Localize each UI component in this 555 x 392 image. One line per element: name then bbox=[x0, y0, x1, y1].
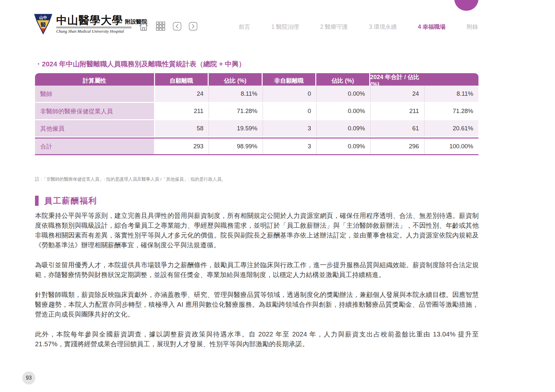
table-header-cell: 自願離職 bbox=[155, 73, 209, 86]
emblem-top-text: 山中 bbox=[39, 15, 47, 20]
logo-divider bbox=[56, 27, 131, 28]
table-total-row: 合計 293 98.99% 3 0.09% 296 100.00% bbox=[35, 138, 478, 155]
turnover-stat-table: 計算屬性 自願離職 佔比 (%) 非自願離職 佔比 (%) 2024 年合計 /… bbox=[35, 73, 478, 155]
table-cell: 24 bbox=[370, 86, 424, 102]
table-header-cell: 佔比 (%) bbox=[209, 73, 263, 86]
table-row: 非醫師的醫療保健從業人員 211 71.28% 0 0.00% 211 71.2… bbox=[35, 103, 478, 120]
paragraph: 針對醫師職類，薪資除反映臨床貢獻外，亦涵蓋教學、研究、管理與醫療品質等領域，透過… bbox=[35, 290, 479, 319]
home-icon bbox=[139, 21, 148, 31]
row-label: 合計 bbox=[35, 139, 155, 154]
nav-item-foreword[interactable]: 前言 bbox=[239, 23, 250, 31]
table-cell: 98.99% bbox=[209, 139, 263, 154]
grid-icon bbox=[156, 21, 165, 31]
hospital-logo-text: 中山醫學大學 附設醫院 Chung Shan Medical Universit… bbox=[56, 15, 131, 34]
table-cell: 20.61% bbox=[424, 120, 478, 137]
decor-circle bbox=[454, 0, 478, 11]
table-cell: 3 bbox=[263, 120, 316, 137]
table-row: 其他僱員 58 19.59% 3 0.09% 61 20.61% bbox=[35, 120, 478, 138]
table-cell: 0.09% bbox=[316, 120, 370, 137]
row-label: 醫師 bbox=[35, 86, 155, 102]
section-body: 本院秉持公平與平等原則，建立完善且具彈性的晉用與薪資制度，所有相關規定公開於人力… bbox=[35, 211, 479, 359]
table-cell: 211 bbox=[370, 103, 424, 119]
table-row: 醫師 24 8.11% 0 0.00% 24 8.11% bbox=[35, 86, 478, 103]
table-cell: 100.00% bbox=[424, 139, 478, 154]
paragraph: 為吸引並留用優秀人才，本院提供具市場競爭力之薪酬條件，鼓勵員工專注於臨床與行政工… bbox=[35, 260, 479, 280]
chapter-nav: 前言 1 醫院治理 2 醫療守護 3 環境永續 4 幸福職場 附錄 bbox=[239, 23, 478, 31]
row-label: 其他僱員 bbox=[35, 120, 155, 137]
table-cell: 8.11% bbox=[424, 86, 478, 102]
nav-item-governance[interactable]: 1 醫院治理 bbox=[271, 23, 299, 31]
table-cell: 71.28% bbox=[209, 103, 263, 119]
nav-item-appendix[interactable]: 附錄 bbox=[467, 23, 478, 31]
table-cell: 3 bbox=[263, 139, 316, 154]
table-cell: 71.28% bbox=[424, 103, 478, 119]
table-cell: 58 bbox=[155, 120, 209, 137]
table-cell: 61 bbox=[370, 120, 424, 137]
hospital-logo-emblem: 山中 醫 bbox=[34, 14, 53, 35]
table-header-row: 計算屬性 自願離職 佔比 (%) 非自願離職 佔比 (%) 2024 年合計 /… bbox=[35, 73, 478, 86]
table-cell: 293 bbox=[155, 139, 209, 154]
table-cell: 0 bbox=[263, 103, 316, 119]
header-toolbar bbox=[139, 21, 198, 31]
chevron-left-icon bbox=[173, 22, 182, 31]
prev-page-button[interactable] bbox=[173, 22, 182, 31]
table-cell: 0 bbox=[263, 86, 316, 102]
table-cell: 24 bbox=[155, 86, 209, 102]
table-cell: 19.59% bbox=[209, 120, 263, 137]
table-cell: 0.00% bbox=[316, 86, 370, 102]
logo-name-zh: 中山醫學大學 bbox=[56, 15, 123, 26]
logo-name-en: Chung Shan Medical University Hospital bbox=[56, 29, 131, 34]
table-cell: 8.11% bbox=[209, 86, 263, 102]
paragraph: 此外，本院每年參與全國薪資調查，據以調整薪資政策與待遇水準。自 2022 年至 … bbox=[35, 329, 479, 349]
row-label: 非醫師的醫療保健從業人員 bbox=[35, 103, 155, 119]
section-heading: 員工薪酬福利 bbox=[35, 195, 97, 206]
table-cell: 296 bbox=[370, 139, 424, 154]
nav-item-happy-workplace[interactable]: 4 幸福職場 bbox=[418, 23, 446, 31]
nav-item-medical-care[interactable]: 2 醫療守護 bbox=[320, 23, 348, 31]
page-number-badge: 93 bbox=[22, 371, 35, 384]
section-accent-bar bbox=[35, 196, 39, 206]
table-header-cell: 佔比 (%) bbox=[316, 73, 370, 86]
table-cell: 0.09% bbox=[316, 139, 370, 154]
table-header-cell: 計算屬性 bbox=[35, 73, 155, 86]
home-button[interactable] bbox=[139, 21, 148, 31]
table-cell: 0.00% bbox=[316, 103, 370, 119]
report-page: 山中 醫 中山醫學大學 附設醫院 Chung Shan Medical Univ… bbox=[0, 0, 555, 392]
nav-item-environment[interactable]: 3 環境永續 bbox=[369, 23, 397, 31]
emblem-center-char: 醫 bbox=[41, 22, 46, 27]
table-cell: 211 bbox=[155, 103, 209, 119]
grid-menu-button[interactable] bbox=[156, 21, 165, 31]
table-header-cell: 2024 年合計 / 佔比 (%) bbox=[370, 73, 425, 86]
table-footnote: 註 :「非醫師的醫療保健從業人員」: 指的是護理人員及醫事人員 /「其他僱員」:… bbox=[35, 176, 226, 182]
section-title: 員工薪酬福利 bbox=[44, 195, 97, 206]
table-header-cell: 非自願離職 bbox=[263, 73, 316, 86]
chevron-right-icon bbox=[189, 22, 198, 31]
table-title: ・2024 年中山附醫離職人員職務別及離職性質統計表（總院 + 中興） bbox=[35, 59, 245, 69]
paragraph: 本院秉持公平與平等原則，建立完善且具彈性的晉用與薪資制度，所有相關規定公開於人力… bbox=[35, 211, 479, 250]
next-page-button[interactable] bbox=[189, 22, 198, 31]
